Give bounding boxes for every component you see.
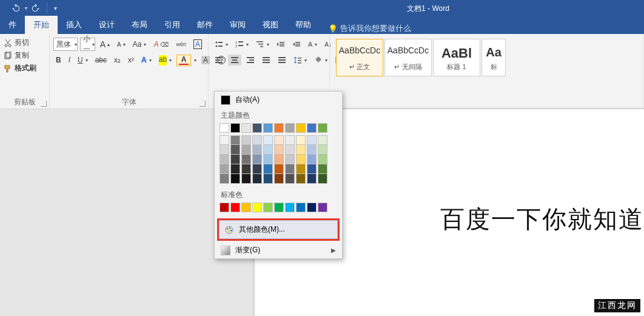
color-swatch[interactable] bbox=[252, 155, 262, 164]
numbering-button[interactable]: 12▾ bbox=[233, 39, 251, 50]
color-swatch[interactable] bbox=[252, 164, 262, 174]
undo-dropdown-icon[interactable]: ▾ bbox=[25, 5, 27, 11]
font-color-button[interactable]: A bbox=[176, 55, 191, 66]
color-swatch[interactable] bbox=[296, 174, 306, 184]
tab-layout[interactable]: 布局 bbox=[123, 16, 156, 34]
color-swatch[interactable] bbox=[307, 145, 317, 155]
cut-button[interactable]: 剪切 bbox=[4, 36, 45, 49]
color-swatch[interactable] bbox=[307, 155, 317, 164]
justify-button[interactable] bbox=[260, 55, 273, 66]
tab-file[interactable]: 件 bbox=[0, 16, 25, 34]
color-swatch[interactable] bbox=[230, 155, 240, 164]
align-left-button[interactable] bbox=[212, 55, 226, 66]
decrease-indent-button[interactable] bbox=[274, 39, 287, 50]
style-no-spacing[interactable]: AaBbCcDc ↵ 无间隔 bbox=[384, 39, 432, 76]
color-swatch[interactable] bbox=[318, 135, 327, 145]
color-auto-button[interactable]: 自动(A) bbox=[215, 92, 342, 108]
tab-review[interactable]: 审阅 bbox=[221, 16, 254, 34]
font-color-dropdown-icon[interactable]: ▾ bbox=[194, 58, 196, 63]
color-swatch[interactable] bbox=[252, 203, 262, 212]
color-swatch[interactable] bbox=[307, 174, 317, 184]
color-swatch[interactable] bbox=[318, 123, 327, 133]
color-swatch[interactable] bbox=[241, 164, 251, 174]
color-swatch[interactable] bbox=[220, 164, 229, 174]
color-swatch[interactable] bbox=[263, 203, 273, 212]
color-swatch[interactable] bbox=[263, 174, 273, 184]
color-swatch[interactable] bbox=[318, 164, 327, 174]
color-swatch[interactable] bbox=[220, 203, 229, 212]
color-swatch[interactable] bbox=[307, 164, 317, 174]
color-swatch[interactable] bbox=[296, 155, 306, 164]
more-colors-button[interactable]: 其他颜色(M)... bbox=[219, 220, 338, 239]
tab-view[interactable]: 视图 bbox=[254, 16, 287, 34]
shading-button[interactable]: ▾ bbox=[312, 55, 330, 66]
tab-mailings[interactable]: 邮件 bbox=[189, 16, 221, 34]
color-swatch[interactable] bbox=[318, 145, 327, 155]
color-swatch[interactable] bbox=[274, 123, 284, 133]
color-swatch[interactable] bbox=[285, 145, 295, 155]
color-swatch[interactable] bbox=[318, 203, 327, 212]
clear-format-button[interactable]: A⌫ bbox=[151, 39, 171, 50]
color-swatch[interactable] bbox=[263, 145, 273, 155]
phonetic-guide-button[interactable]: wén bbox=[173, 40, 189, 49]
bullets-button[interactable]: ▾ bbox=[212, 39, 230, 50]
color-swatch[interactable] bbox=[252, 174, 262, 184]
color-swatch[interactable] bbox=[307, 123, 317, 133]
color-swatch[interactable] bbox=[307, 203, 317, 212]
align-center-button[interactable] bbox=[228, 55, 241, 66]
tab-design[interactable]: 设计 bbox=[90, 16, 123, 34]
color-swatch[interactable] bbox=[263, 135, 273, 145]
text-effects-button[interactable]: A▾ bbox=[139, 55, 154, 66]
color-swatch[interactable] bbox=[285, 174, 295, 184]
undo-icon[interactable] bbox=[11, 3, 21, 13]
style-normal[interactable]: AaBbCcDc ↵ 正文 bbox=[336, 39, 383, 76]
grow-font-button[interactable]: A▴ bbox=[98, 38, 112, 50]
tab-home[interactable]: 开始 bbox=[25, 16, 58, 34]
color-swatch[interactable] bbox=[241, 174, 251, 184]
color-swatch[interactable] bbox=[296, 203, 306, 212]
change-case-button[interactable]: Aa▾ bbox=[130, 39, 149, 50]
clipboard-dialog-launcher[interactable] bbox=[41, 101, 47, 107]
color-swatch[interactable] bbox=[274, 164, 284, 174]
color-swatch[interactable] bbox=[296, 164, 306, 174]
strike-button[interactable]: abc bbox=[93, 55, 109, 66]
color-swatch[interactable] bbox=[274, 203, 284, 212]
tab-references[interactable]: 引用 bbox=[156, 16, 189, 34]
distribute-button[interactable] bbox=[275, 55, 289, 66]
color-swatch[interactable] bbox=[252, 135, 262, 145]
color-swatch[interactable] bbox=[274, 135, 284, 145]
asian-layout-button[interactable]: A▾ bbox=[306, 39, 320, 49]
bold-button[interactable]: B bbox=[53, 55, 64, 66]
color-swatch[interactable] bbox=[296, 135, 306, 145]
color-swatch[interactable] bbox=[285, 164, 295, 174]
color-swatch[interactable] bbox=[252, 145, 262, 155]
tab-insert[interactable]: 插入 bbox=[58, 16, 90, 34]
align-right-button[interactable] bbox=[244, 55, 257, 66]
increase-indent-button[interactable] bbox=[290, 39, 303, 50]
color-swatch[interactable] bbox=[241, 135, 251, 145]
format-painter-button[interactable]: 格式刷 bbox=[4, 62, 45, 75]
font-dialog-launcher[interactable] bbox=[200, 101, 206, 107]
color-swatch[interactable] bbox=[274, 155, 284, 164]
color-swatch[interactable] bbox=[220, 123, 229, 133]
redo-icon[interactable] bbox=[31, 3, 41, 13]
color-swatch[interactable] bbox=[307, 135, 317, 145]
color-swatch[interactable] bbox=[230, 164, 240, 174]
style-heading1[interactable]: AaBl 标题 1 bbox=[433, 39, 480, 76]
shrink-font-button[interactable]: A▾ bbox=[115, 40, 128, 49]
superscript-button[interactable]: x² bbox=[126, 55, 136, 66]
copy-button[interactable]: 复制 bbox=[4, 49, 45, 62]
char-border-button[interactable]: A bbox=[191, 38, 204, 50]
color-swatch[interactable] bbox=[296, 145, 306, 155]
color-swatch[interactable] bbox=[230, 123, 240, 133]
multilevel-button[interactable]: ▾ bbox=[253, 39, 272, 50]
italic-button[interactable]: I bbox=[66, 55, 73, 66]
color-swatch[interactable] bbox=[241, 203, 251, 212]
color-swatch[interactable] bbox=[220, 135, 229, 145]
subscript-button[interactable]: x₂ bbox=[112, 55, 123, 66]
color-swatch[interactable] bbox=[220, 145, 229, 155]
color-swatch[interactable] bbox=[263, 123, 273, 133]
qat-customize-icon[interactable]: ▾ bbox=[54, 5, 57, 12]
color-swatch[interactable] bbox=[263, 164, 273, 174]
color-swatch[interactable] bbox=[241, 123, 251, 133]
